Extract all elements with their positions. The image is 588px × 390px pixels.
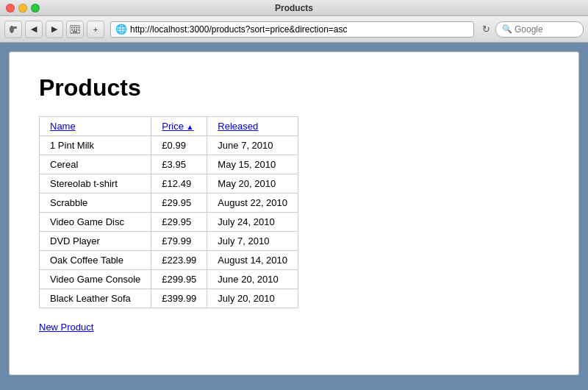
svg-rect-5 bbox=[76, 27, 77, 29]
search-bar[interactable]: 🔍 bbox=[495, 21, 584, 38]
table-row: Black Leather Sofa£399.99July 20, 2010 bbox=[40, 289, 298, 308]
add-icon: + bbox=[93, 25, 98, 34]
window-title: Products bbox=[275, 3, 313, 13]
name-sort-link[interactable]: Name bbox=[50, 121, 76, 132]
refresh-button[interactable]: ↻ bbox=[480, 24, 492, 35]
cell-name: Video Game Disc bbox=[40, 213, 151, 232]
cell-released: July 7, 2010 bbox=[207, 232, 298, 251]
minimize-button[interactable] bbox=[18, 4, 27, 13]
col-header-released: Released bbox=[207, 117, 298, 136]
cell-price: £0.99 bbox=[151, 136, 207, 155]
page-title: Products bbox=[39, 74, 549, 102]
search-input[interactable] bbox=[514, 24, 581, 35]
table-row: 1 Pint Milk£0.99June 7, 2010 bbox=[40, 136, 298, 155]
cell-name: Cereal bbox=[40, 155, 151, 174]
svg-rect-7 bbox=[71, 29, 73, 31]
cell-released: July 20, 2010 bbox=[207, 289, 298, 308]
cell-price: £399.99 bbox=[151, 289, 207, 308]
table-body: 1 Pint Milk£0.99June 7, 2010Cereal£3.95M… bbox=[40, 136, 298, 308]
svg-rect-10 bbox=[78, 29, 79, 31]
svg-point-0 bbox=[10, 26, 14, 33]
table-row: Oak Coffee Table£223.99August 14, 2010 bbox=[40, 251, 298, 270]
table-row: DVD Player£79.99July 7, 2010 bbox=[40, 232, 298, 251]
cell-released: August 22, 2010 bbox=[207, 194, 298, 213]
sort-arrow: ▲ bbox=[187, 123, 194, 131]
cell-name: DVD Player bbox=[40, 232, 151, 251]
table-row: Scrabble£29.95August 22, 2010 bbox=[40, 194, 298, 213]
table-row: Cereal£3.95May 15, 2010 bbox=[40, 155, 298, 174]
cell-released: August 14, 2010 bbox=[207, 251, 298, 270]
globe-icon: 🌐 bbox=[115, 24, 127, 35]
cell-released: May 20, 2010 bbox=[207, 174, 298, 194]
released-sort-link[interactable]: Released bbox=[218, 121, 258, 132]
cell-price: £299.95 bbox=[151, 270, 207, 289]
svg-rect-6 bbox=[78, 27, 79, 29]
new-product-link[interactable]: New Product bbox=[39, 322, 93, 333]
cell-price: £79.99 bbox=[151, 232, 207, 251]
table-row: Video Game Disc£29.95July 24, 2010 bbox=[40, 213, 298, 232]
cell-released: June 7, 2010 bbox=[207, 136, 298, 155]
cell-released: June 20, 2010 bbox=[207, 270, 298, 289]
cell-name: Video Game Console bbox=[40, 270, 151, 289]
forward-icon: ▶ bbox=[51, 24, 57, 34]
cell-name: Stereolab t-shirt bbox=[40, 174, 151, 194]
svg-rect-4 bbox=[74, 27, 75, 29]
col-header-name: Name bbox=[40, 117, 151, 136]
address-bar[interactable]: 🌐 bbox=[110, 21, 474, 38]
cell-released: May 15, 2010 bbox=[207, 155, 298, 174]
price-sort-link[interactable]: Price ▲ bbox=[162, 121, 193, 132]
forward-button[interactable]: ▶ bbox=[46, 21, 63, 38]
table-row: Stereolab t-shirt£12.49May 20, 2010 bbox=[40, 174, 298, 194]
keyboard-button[interactable] bbox=[66, 21, 84, 38]
maximize-button[interactable] bbox=[31, 4, 40, 13]
table-row: Video Game Console£299.95June 20, 2010 bbox=[40, 270, 298, 289]
cell-price: £29.95 bbox=[151, 213, 207, 232]
cell-name: Oak Coffee Table bbox=[40, 251, 151, 270]
back-icon: ◀ bbox=[31, 24, 37, 34]
svg-rect-3 bbox=[71, 27, 73, 29]
cell-name: Black Leather Sofa bbox=[40, 289, 151, 308]
svg-rect-1 bbox=[13, 26, 17, 29]
title-bar: Products bbox=[0, 0, 588, 16]
cell-price: £3.95 bbox=[151, 155, 207, 174]
url-input[interactable] bbox=[130, 24, 469, 35]
keyboard-icon bbox=[70, 25, 80, 34]
traffic-lights bbox=[6, 4, 40, 13]
col-header-price: Price ▲ bbox=[151, 117, 207, 136]
extension-icon[interactable] bbox=[4, 21, 22, 38]
cell-name: Scrabble bbox=[40, 194, 151, 213]
close-button[interactable] bbox=[6, 4, 15, 13]
table-header-row: Name Price ▲ Released bbox=[40, 117, 298, 136]
cell-price: £223.99 bbox=[151, 251, 207, 270]
back-button[interactable]: ◀ bbox=[25, 21, 43, 38]
svg-rect-8 bbox=[74, 29, 75, 31]
browser-content: Products Name Price ▲ Released 1 Pint Mi… bbox=[0, 43, 588, 384]
page-container: Products Name Price ▲ Released 1 Pint Mi… bbox=[9, 52, 579, 375]
evernote-icon bbox=[8, 24, 18, 35]
svg-rect-11 bbox=[73, 31, 77, 32]
products-table: Name Price ▲ Released 1 Pint Milk£0.99Ju… bbox=[39, 116, 298, 308]
cell-name: 1 Pint Milk bbox=[40, 136, 151, 155]
toolbar: ◀ ▶ + 🌐 ↻ 🔍 bbox=[0, 16, 588, 43]
cell-price: £12.49 bbox=[151, 174, 207, 194]
cell-released: July 24, 2010 bbox=[207, 213, 298, 232]
svg-rect-9 bbox=[76, 29, 77, 31]
add-tab-button[interactable]: + bbox=[87, 21, 104, 38]
search-icon: 🔍 bbox=[502, 24, 512, 34]
cell-price: £29.95 bbox=[151, 194, 207, 213]
